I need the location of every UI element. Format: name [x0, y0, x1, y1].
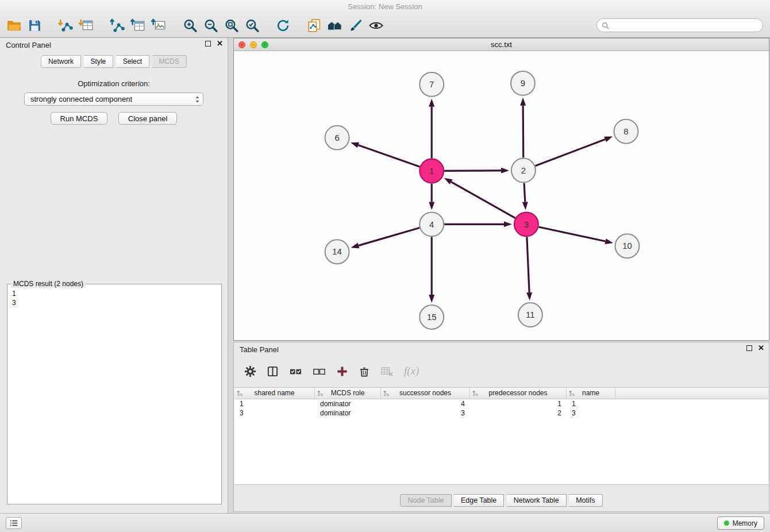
graph-arrowhead: [429, 202, 434, 210]
export-image-icon: [151, 18, 167, 33]
table-cell: 1: [470, 399, 567, 408]
table-panel-title: Table Panel: [240, 345, 279, 354]
houses-icon: [327, 18, 342, 33]
network-canvas[interactable]: 7968124314101511: [234, 51, 768, 340]
tab-motifs[interactable]: Motifs: [569, 494, 602, 507]
tab-edge-table[interactable]: Edge Table: [454, 494, 504, 507]
style-brush-button[interactable]: [345, 15, 365, 36]
optimization-criterion-dropdown[interactable]: strongly connected component: [24, 92, 203, 106]
graph-edge-1-2[interactable]: [444, 171, 501, 171]
graph-node-label: 15: [427, 312, 437, 322]
network-graph[interactable]: 7968124314101511: [234, 51, 768, 340]
graph-edge-2-3[interactable]: [524, 183, 525, 202]
open-session-button[interactable]: [3, 15, 24, 36]
float-table-panel-icon[interactable]: [746, 345, 752, 351]
export-network-button[interactable]: [107, 15, 128, 36]
column-header-mcds-role[interactable]: MCDS role: [315, 388, 381, 399]
save-session-button[interactable]: [24, 15, 45, 36]
column-header-successor-nodes[interactable]: successor nodes: [381, 388, 470, 399]
mcds-result-list[interactable]: 1 3: [7, 284, 221, 307]
column-header-name[interactable]: name: [567, 388, 615, 399]
control-panel: Control Panel ✕ Network Style Select MCD…: [0, 38, 228, 513]
graph-edge-2-9[interactable]: [523, 106, 523, 158]
graph-edge-3-10[interactable]: [538, 227, 605, 241]
graph-arrowhead: [526, 292, 532, 300]
show-hide-button[interactable]: [365, 15, 386, 36]
graph-edge-4-14[interactable]: [359, 228, 419, 245]
tab-network[interactable]: Network: [41, 55, 81, 68]
tab-node-table[interactable]: Node Table: [400, 494, 451, 507]
close-table-panel-icon[interactable]: ✕: [758, 345, 764, 352]
run-mcds-button[interactable]: Run MCDS: [51, 112, 108, 125]
graph-arrowhead: [351, 243, 360, 249]
graph-node-label: 11: [526, 310, 535, 319]
refresh-icon: [275, 18, 291, 33]
zoom-in-button[interactable]: [179, 15, 200, 36]
column-header-predecessor-nodes[interactable]: predecessor nodes: [470, 388, 567, 399]
graph-edge-1-6[interactable]: [358, 145, 419, 167]
task-history-button[interactable]: [6, 517, 22, 529]
select-all-button[interactable]: [289, 365, 302, 377]
clone-network-button[interactable]: [303, 15, 324, 36]
graph-edge-2-8[interactable]: [535, 140, 605, 166]
graph-node-label: 7: [429, 79, 434, 89]
zoom-in-icon: [182, 18, 198, 33]
delete-column-button[interactable]: [359, 365, 370, 377]
export-table-button[interactable]: [128, 15, 148, 36]
memory-button[interactable]: Memory: [717, 516, 764, 530]
graph-arrowhead: [520, 98, 526, 106]
table-cell: dominator: [315, 399, 381, 408]
column-header-shared-name[interactable]: shared name: [234, 388, 315, 399]
add-column-button[interactable]: [336, 365, 348, 377]
close-panel-icon[interactable]: ✕: [217, 40, 223, 47]
apply-layout-button[interactable]: [272, 15, 293, 36]
function-icon: f(x): [404, 365, 419, 377]
paintbrush-icon: [348, 18, 363, 33]
control-panel-buttons: Run MCDS Close panel: [0, 112, 228, 125]
table-settings-button[interactable]: [244, 365, 256, 377]
table-cell: 4: [381, 399, 470, 408]
graph-node-label: 6: [334, 133, 339, 142]
close-panel-button[interactable]: Close panel: [118, 112, 178, 125]
graph-arrowhead: [504, 221, 512, 227]
save-floppy-icon: [27, 18, 43, 33]
zoom-fit-icon: [224, 18, 239, 33]
deselect-all-button[interactable]: [313, 365, 326, 377]
search-icon: [602, 22, 609, 29]
search-box[interactable]: [596, 18, 763, 32]
show-neighbors-button[interactable]: [324, 15, 345, 36]
table-cell: 2: [470, 408, 567, 418]
import-table-button[interactable]: [76, 15, 97, 36]
import-network-button[interactable]: [55, 15, 76, 36]
show-columns-button[interactable]: [267, 365, 279, 377]
tab-style[interactable]: Style: [84, 55, 114, 68]
dropdown-selected-value: strongly connected component: [30, 95, 132, 103]
graph-edge-3-11[interactable]: [527, 237, 529, 292]
tab-select[interactable]: Select: [116, 55, 149, 68]
export-image-button[interactable]: [148, 15, 169, 36]
zoom-selected-button[interactable]: [241, 15, 262, 36]
zoom-out-button[interactable]: [200, 15, 221, 36]
table-row[interactable]: 3dominator323: [234, 408, 768, 418]
table-row[interactable]: 1dominator411: [234, 399, 768, 408]
tab-mcds[interactable]: MCDS: [152, 55, 187, 68]
function-builder-button[interactable]: f(x): [404, 365, 419, 377]
table-cell: 3: [567, 408, 615, 418]
node-table: shared nameMCDS rolesuccessor nodesprede…: [234, 387, 768, 485]
tab-network-table[interactable]: Network Table: [507, 494, 567, 507]
delete-table-button[interactable]: [380, 365, 394, 377]
select-all-icon: [289, 365, 302, 377]
zoom-fit-button[interactable]: [221, 15, 241, 36]
table-cell: 1: [234, 399, 315, 408]
graph-edge-3-1[interactable]: [451, 182, 515, 218]
graph-arrowhead: [501, 168, 509, 174]
table-tabs: Node Table Edge Table Network Table Moti…: [234, 494, 769, 507]
graph-arrowhead: [605, 238, 613, 244]
graph-arrowhead: [604, 137, 613, 142]
search-input[interactable]: [609, 20, 763, 31]
node-table-body: 1dominator4113dominator323: [234, 399, 768, 418]
graph-node-label: 14: [332, 246, 342, 256]
float-panel-icon[interactable]: [205, 41, 211, 47]
table-cell: 1: [567, 399, 615, 408]
table-cell: 3: [234, 408, 315, 418]
